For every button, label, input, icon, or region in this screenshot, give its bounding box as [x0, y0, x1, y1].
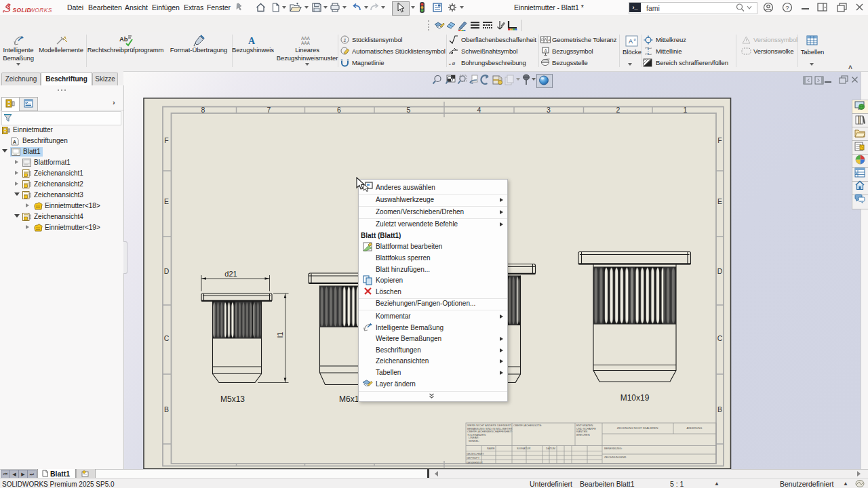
svg-text:8: 8: [201, 106, 205, 114]
svg-text:3: 3: [547, 106, 551, 114]
svg-text:WINKEL:: WINKEL:: [469, 439, 479, 443]
svg-text:M10x19: M10x19: [620, 393, 650, 403]
svg-text:BRECHEN: BRECHEN: [576, 433, 590, 436]
svg-text:SIGNATUR: SIGNATUR: [517, 447, 530, 450]
svg-text:SOLID: SOLID: [13, 7, 31, 14]
svg-text:7: 7: [267, 106, 271, 114]
svg-text:D: D: [164, 267, 170, 275]
svg-text:WORKS: WORKS: [29, 7, 52, 14]
svg-text:E: E: [164, 197, 169, 205]
svg-text:GEPRÜFT: GEPRÜFT: [467, 456, 480, 460]
svg-text:6: 6: [337, 106, 341, 114]
svg-text:F: F: [164, 136, 168, 144]
svg-text:1: 1: [684, 106, 688, 114]
svg-text:ÄNDERUNG: ÄNDERUNG: [687, 426, 703, 430]
svg-text:d21: d21: [224, 270, 237, 278]
svg-text:DATUM: DATUM: [546, 447, 555, 450]
svg-text:5: 5: [407, 106, 411, 114]
svg-text:1: 1: [343, 37, 346, 43]
svg-text:BENENNUNG:: BENENNUNG:: [604, 447, 623, 450]
svg-text:B: B: [717, 405, 722, 413]
svg-text:A: A: [548, 38, 551, 42]
svg-text:F: F: [717, 136, 722, 144]
svg-text:A: A: [248, 36, 256, 45]
svg-text:?: ?: [785, 4, 789, 12]
svg-text:Ab: Ab: [119, 35, 128, 43]
svg-text:A: A: [629, 38, 633, 45]
svg-text:D: D: [717, 267, 723, 275]
svg-text:OBERFLÄCHENGÜTE:: OBERFLÄCHENGÜTE:: [513, 424, 542, 427]
svg-text:⌄ø: ⌄ø: [448, 60, 456, 66]
svg-text:AAA: AAA: [301, 41, 310, 45]
svg-text:A: A: [13, 139, 17, 145]
svg-text:C: C: [164, 334, 170, 342]
svg-text:o: o: [634, 37, 636, 41]
svg-text:l1: l1: [276, 332, 284, 338]
svg-text:C: C: [717, 334, 723, 342]
svg-text:NAME: NAME: [487, 447, 495, 450]
svg-text:E: E: [717, 197, 722, 205]
svg-text:4: 4: [477, 106, 481, 114]
svg-text:GENEHMIGT: GENEHMIGT: [467, 461, 484, 464]
svg-text:B: B: [164, 405, 169, 413]
svg-text:GEZEICHNET: GEZEICHNET: [467, 452, 484, 455]
svg-text:ZEICHNUNGSNR.: ZEICHNUNGSNR.: [604, 455, 627, 459]
svg-text:2: 2: [616, 106, 620, 114]
svg-text:M5x13: M5x13: [220, 394, 245, 404]
svg-text:ZEICHNUNG NICHT SKALIEREN: ZEICHNUNG NICHT SKALIEREN: [617, 426, 658, 430]
